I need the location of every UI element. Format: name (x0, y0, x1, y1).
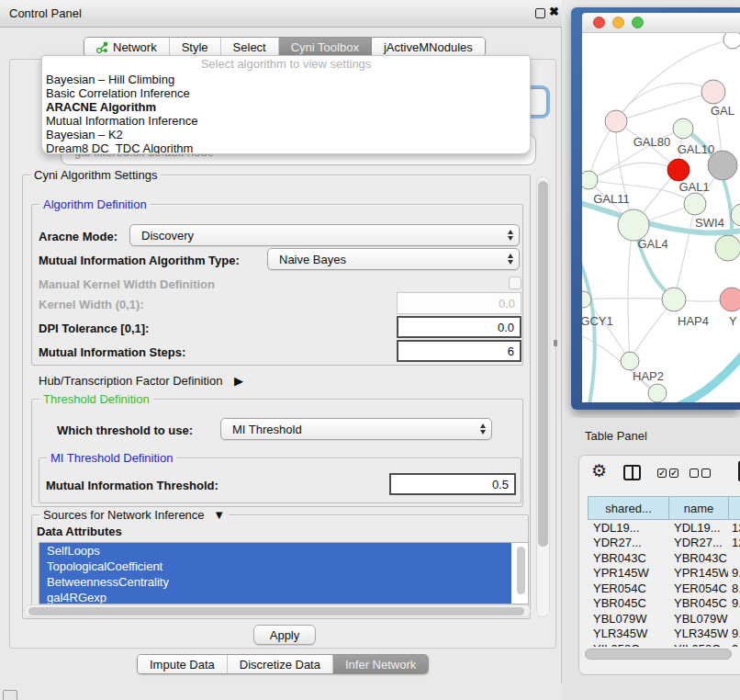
table-horizontal-scrollbar[interactable] (581, 647, 740, 661)
tab-select[interactable]: Select (221, 38, 279, 56)
mi-threshold-field[interactable]: 0.5 (389, 473, 516, 495)
node-gal11[interactable] (582, 171, 598, 189)
node-hap2[interactable] (621, 352, 639, 370)
table-cell[interactable]: 8. (728, 581, 740, 596)
column-header[interactable] (728, 496, 740, 520)
table-cell[interactable]: YDR27... (588, 536, 668, 551)
zoom-window-icon[interactable] (632, 17, 644, 28)
network-view-window[interactable]: GAL GAL80 GAL10 GAL1 GAL11 SWI4 GAL4 GCY… (571, 7, 740, 410)
node-right-green[interactable] (715, 235, 740, 261)
close-panel-icon[interactable]: ✖ (549, 5, 559, 18)
sources-toggle[interactable]: Sources for Network Inference ▼ (39, 508, 229, 522)
manual-kernel-checkbox[interactable] (509, 277, 521, 289)
table-cell[interactable]: YPR145W (588, 566, 668, 581)
table-row[interactable]: YDR27... YDR27... 12 (588, 536, 740, 551)
table-row[interactable]: YER054C YER054C 8. (588, 581, 740, 596)
network-canvas[interactable]: GAL GAL80 GAL10 GAL1 GAL11 SWI4 GAL4 GCY… (582, 33, 740, 402)
algorithm-popup-item[interactable]: Mutual Information Inference (42, 114, 530, 128)
table-row[interactable]: YBL079W YBL079W (588, 611, 740, 627)
select-all-checkbox-icon[interactable]: ✓ (669, 469, 678, 478)
table-cell[interactable] (728, 611, 740, 627)
table-cell[interactable]: YBR043C (588, 550, 668, 566)
table-cell[interactable]: YER054C (668, 581, 728, 596)
table-cell[interactable]: YDR27... (668, 536, 728, 551)
algorithm-popup-item-selected[interactable]: ARACNE Algorithm (42, 100, 530, 114)
algorithm-popup-item[interactable]: Bayesian – K2 (42, 128, 530, 141)
node-gal80[interactable] (605, 110, 627, 132)
attributes-list-scrollbar-thumb[interactable] (517, 547, 525, 594)
minimize-window-icon[interactable] (612, 17, 624, 28)
table-cell[interactable]: 9. (728, 627, 740, 642)
which-threshold-combo[interactable]: MI Threshold (220, 418, 492, 440)
network-window-titlebar[interactable] (582, 13, 740, 33)
table-cell[interactable]: YER054C (588, 581, 668, 596)
table-horizontal-scrollbar-thumb[interactable] (585, 649, 732, 660)
table-settings-gear-icon[interactable]: ⚙ (591, 461, 607, 481)
float-panel-icon[interactable] (535, 8, 545, 18)
column-header[interactable]: shared... (588, 496, 668, 520)
hub-definition-toggle[interactable]: Hub/Transcription Factor Definition ▶ (39, 374, 243, 388)
settings-horizontal-scrollbar-thumb[interactable] (28, 607, 524, 615)
node-gal4[interactable] (618, 209, 649, 241)
column-layout-icon[interactable] (623, 465, 641, 480)
node-gal1[interactable] (684, 193, 706, 215)
table-cell[interactable]: 9. (728, 566, 740, 581)
mi-steps-field[interactable]: 6 (397, 340, 521, 362)
kernel-width-field[interactable]: 0.0 (397, 292, 521, 314)
algorithm-popup-item[interactable]: Bayesian – Hill Climbing (42, 73, 530, 86)
table-row[interactable]: YBR043C YBR043C (588, 550, 740, 566)
panel-splitter-handle[interactable] (554, 340, 557, 346)
attribute-item[interactable]: BetweennessCentrality (39, 574, 511, 590)
node-hap4[interactable] (662, 288, 686, 311)
table-cell[interactable] (728, 550, 740, 566)
node-gal-partial[interactable] (701, 80, 725, 104)
node-bottom[interactable] (648, 384, 667, 402)
table-cell[interactable]: YLR345W (588, 627, 668, 642)
table-row[interactable]: YDL19... YDL19... 13 (588, 520, 740, 536)
node-unlabeled[interactable] (723, 33, 740, 49)
select-all-checkbox-icon[interactable]: ✓ (657, 469, 667, 478)
table-cell[interactable]: YDL19... (668, 520, 728, 536)
table-cell[interactable]: 13 (728, 520, 740, 536)
apply-button[interactable]: Apply (253, 625, 316, 645)
mi-type-combo[interactable]: Naive Bayes (267, 248, 520, 270)
minimized-panel-icon[interactable] (3, 690, 17, 700)
table-cell[interactable]: YBL079W (588, 611, 668, 627)
attribute-item[interactable]: SelfLoops (39, 543, 511, 559)
tab-cyni-toolbox[interactable]: Cyni Toolbox (279, 38, 372, 56)
deselect-all-checkbox-icon[interactable] (690, 469, 699, 478)
settings-vertical-scrollbar[interactable] (536, 176, 550, 617)
table-cell[interactable]: YBL079W (668, 611, 728, 627)
attribute-item[interactable]: gal4RGexp (39, 590, 511, 604)
tab-jactivemnodules[interactable]: jActiveMNodules (372, 38, 485, 56)
settings-vertical-scrollbar-thumb[interactable] (538, 181, 548, 547)
table-row[interactable]: YLR345W YLR345W 9. (588, 627, 740, 642)
table-row[interactable]: YPR145W YPR145W 9. (588, 566, 740, 581)
dpi-tolerance-field[interactable]: 0.0 (397, 316, 521, 338)
tab-style[interactable]: Style (170, 38, 221, 56)
table-row[interactable]: YBR045C YBR045C 9. (588, 596, 740, 612)
deselect-all-checkbox-icon[interactable] (701, 469, 711, 478)
tab-discretize-data[interactable]: Discretize Data (228, 655, 333, 673)
table-cell[interactable]: YLR345W (668, 627, 728, 642)
table-cell[interactable]: YPR145W (668, 566, 728, 581)
table-cell[interactable]: YDL19... (588, 520, 668, 536)
column-header[interactable]: name (668, 496, 728, 520)
tab-infer-network[interactable]: Infer Network (333, 655, 428, 673)
tab-impute-data[interactable]: Impute Data (138, 655, 228, 673)
node-red-selected[interactable] (667, 159, 690, 181)
algorithm-popup-item[interactable]: Basic Correlation Inference (42, 86, 530, 100)
settings-horizontal-scrollbar[interactable] (24, 604, 531, 617)
tab-network[interactable]: Network (84, 38, 170, 56)
attribute-item[interactable]: TopologicalCoefficient (39, 559, 511, 574)
table-cell[interactable]: YBR045C (588, 596, 668, 612)
node-pink-y[interactable] (720, 288, 740, 311)
algorithm-popup-item[interactable]: Dream8 DC_TDC Algorithm (42, 141, 530, 154)
table-cell[interactable]: YBR043C (668, 550, 728, 566)
table-cell[interactable]: 12 (728, 536, 740, 551)
close-window-icon[interactable] (593, 17, 605, 28)
table-cell[interactable]: YBR045C (668, 596, 728, 612)
table-cell[interactable]: 9. (728, 596, 740, 612)
node-gal10[interactable] (673, 119, 693, 139)
aracne-mode-combo[interactable]: Discovery (129, 224, 520, 246)
